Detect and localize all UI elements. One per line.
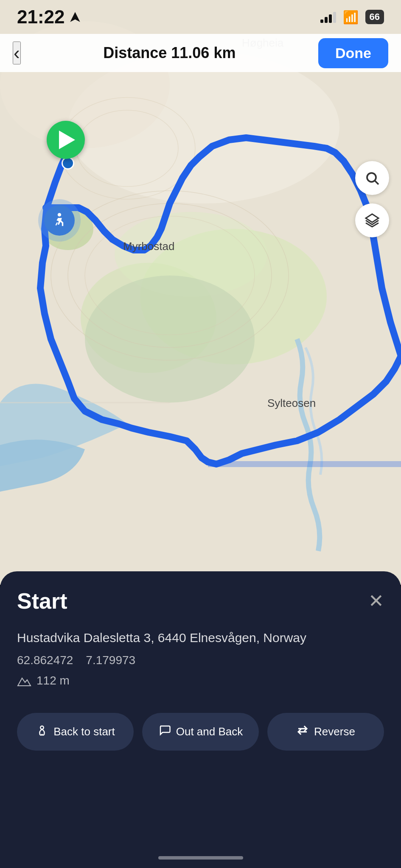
- battery-icon: 66: [365, 10, 384, 24]
- back-to-start-label: Back to start: [53, 725, 115, 738]
- panel-title: Start: [17, 588, 67, 614]
- out-and-back-button[interactable]: Out and Back: [142, 713, 259, 751]
- arrows-reverse-icon: [296, 724, 309, 737]
- bottom-panel: Start ✕ Hustadvika Dalesletta 3, 6440 El…: [0, 571, 401, 868]
- runner-marker[interactable]: [38, 199, 81, 242]
- elevation-value: 112 m: [36, 674, 70, 687]
- svg-point-7: [85, 275, 255, 403]
- latitude: 62.862472: [17, 654, 73, 667]
- status-time: 21:22: [17, 6, 81, 28]
- panel-coords: 62.862472 7.179973: [17, 654, 384, 667]
- person-pin-icon: [36, 724, 48, 737]
- layers-button[interactable]: [355, 203, 389, 237]
- panel-elevation: 112 m: [17, 674, 384, 687]
- play-icon: [59, 131, 75, 149]
- map-area: Myrbostad Sylteosen Høgheia: [0, 0, 401, 585]
- home-indicator: [158, 856, 243, 860]
- start-marker[interactable]: [47, 121, 85, 159]
- status-icons: 📶 66: [320, 10, 384, 25]
- map-background: Myrbostad Sylteosen Høgheia: [0, 0, 401, 585]
- action-buttons: Back to start Out and Back Reverse: [17, 713, 384, 751]
- reverse-label: Reverse: [314, 725, 355, 738]
- svg-point-19: [367, 173, 376, 182]
- back-to-start-icon: [36, 724, 48, 740]
- svg-point-23: [40, 734, 44, 736]
- out-and-back-label: Out and Back: [176, 725, 243, 738]
- reverse-icon: [296, 724, 309, 740]
- done-button[interactable]: Done: [318, 38, 388, 68]
- back-to-start-button[interactable]: Back to start: [17, 713, 134, 751]
- signal-icon: [320, 11, 336, 23]
- battery-level: 66: [370, 11, 380, 22]
- svg-text:Sylteosen: Sylteosen: [267, 397, 316, 409]
- reverse-button[interactable]: Reverse: [267, 713, 384, 751]
- svg-point-18: [58, 213, 61, 217]
- close-button[interactable]: ✕: [368, 592, 384, 610]
- map-terrain-svg: Myrbostad Sylteosen Høgheia: [0, 0, 401, 585]
- panel-header: Start ✕: [17, 588, 384, 614]
- nav-title: Distance 11.06 km: [103, 44, 236, 62]
- location-arrow-icon: [69, 11, 81, 23]
- time-label: 21:22: [17, 6, 65, 28]
- svg-line-20: [375, 181, 379, 184]
- back-button[interactable]: ‹: [13, 42, 21, 64]
- speech-bubble-icon: [158, 724, 171, 737]
- panel-address: Hustadvika Dalesletta 3, 6440 Elnesvågen…: [17, 629, 384, 647]
- status-bar: 21:22 📶 66: [0, 0, 401, 34]
- elevation-icon: [17, 675, 31, 687]
- runner-icon: [44, 205, 75, 236]
- svg-text:Myrbostad: Myrbostad: [123, 240, 174, 253]
- top-nav: ‹ Distance 11.06 km Done: [0, 34, 401, 72]
- longitude: 7.179973: [86, 654, 135, 667]
- wifi-icon: 📶: [343, 10, 359, 25]
- search-button[interactable]: [355, 161, 389, 195]
- out-and-back-icon: [158, 724, 171, 740]
